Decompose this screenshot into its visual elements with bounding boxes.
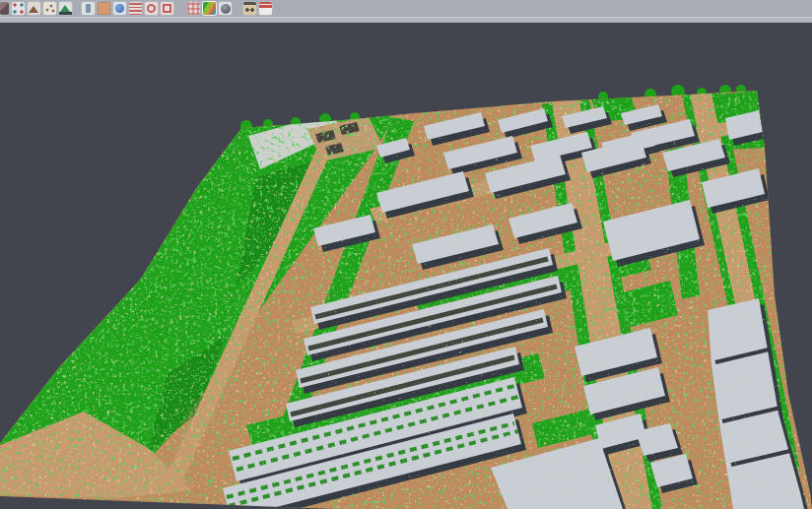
- 3d-viewport[interactable]: [0, 23, 812, 509]
- target-ring-icon[interactable]: [145, 2, 158, 15]
- classification-map-icon[interactable]: [203, 2, 216, 15]
- grid-icon[interactable]: [187, 2, 200, 15]
- application-window: [0, 0, 812, 509]
- terrain-model-icon[interactable]: [28, 2, 40, 15]
- attribute-table-icon[interactable]: [243, 2, 256, 15]
- registration-points-icon[interactable]: [12, 2, 25, 15]
- report-icon[interactable]: [259, 2, 272, 15]
- toolbar-lower-strip: [0, 17, 812, 23]
- main-toolbar: [0, 0, 812, 17]
- point-cloud-render: [0, 23, 812, 509]
- sphere-icon[interactable]: [219, 2, 232, 15]
- point-cloud-icon[interactable]: [43, 2, 56, 15]
- orthophoto-icon[interactable]: [98, 2, 110, 15]
- surface-model-icon[interactable]: [59, 2, 72, 15]
- crop-frame-icon[interactable]: [161, 2, 173, 15]
- contour-lines-icon[interactable]: [129, 2, 142, 15]
- import-icon[interactable]: [0, 2, 9, 15]
- globe-icon[interactable]: [113, 2, 126, 15]
- histogram-column-icon[interactable]: [82, 2, 95, 15]
